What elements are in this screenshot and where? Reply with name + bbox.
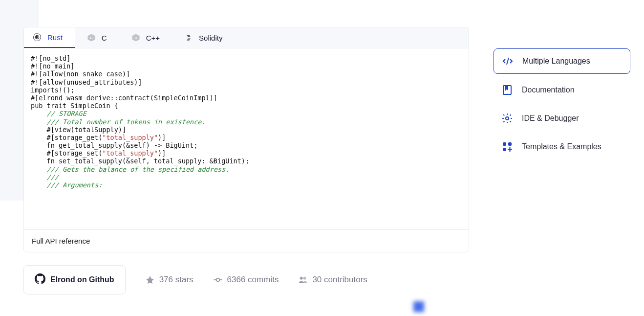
code-line: #![allow(non_snake_case)] [31,70,462,78]
svg-point-13 [303,277,306,280]
cpp-icon: C [131,33,140,42]
sidebar-item-label: IDE & Debugger [522,114,579,123]
code-line: fn set_total_supply(&self, total_supply:… [31,157,462,165]
code-line: #[storage_get("total_supply")] [31,134,462,141]
stat-stars: 376 stars [145,275,193,285]
rust-icon: R [33,33,42,42]
svg-text:C: C [90,36,93,40]
sidebar-item-languages[interactable]: Multiple Languages [494,48,630,74]
svg-marker-8 [187,38,191,41]
c-icon: C [87,33,96,42]
solidity-icon [184,33,193,42]
svg-text:R: R [36,35,39,40]
tab-label: Solidity [199,34,222,42]
stat-contributors: 30 contributors [298,275,367,285]
code-icon [502,55,514,67]
code-line: #[storage_set("total_supply")] [31,149,462,157]
code-line: fn get_total_supply(&self) -> BigUint; [31,141,462,149]
code-line: #![allow(unused_attributes)] [31,78,462,86]
svg-text:C: C [134,36,137,40]
code-line: imports!(); [31,86,462,94]
github-icon [35,273,45,286]
code-viewer[interactable]: #![no_std] #![no_main] #![allow(non_snak… [24,48,469,229]
stat-label: 376 stars [159,275,193,285]
stat-commits: 6366 commits [213,275,279,285]
gear-icon [501,113,513,124]
commit-icon [213,275,223,285]
main-panel: R Rust C C C C++ Solidity [23,27,469,294]
code-line: /// Total number of tokens in existence. [31,118,462,126]
sidebar-item-templates[interactable]: Templates & Examples [494,135,630,159]
tab-c[interactable]: C C [75,27,119,48]
svg-point-12 [300,277,303,280]
code-line: /// Gets the balance of the specified ad… [31,165,462,173]
stat-label: 6366 commits [227,275,279,285]
code-line: #[view(totalSupply)] [31,126,462,134]
api-reference-link[interactable]: Full API reference [24,229,469,252]
sidebar-item-label: Multiple Languages [522,57,590,66]
chat-widget-indicator[interactable] [413,301,424,312]
feature-sidebar: Multiple Languages Documentation IDE & D… [494,48,630,163]
github-button-label: Elrond on Github [50,275,114,284]
stat-label: 30 contributors [312,275,367,285]
svg-point-15 [506,117,509,120]
svg-rect-18 [503,148,506,151]
code-line: #![no_main] [31,62,462,70]
grid-plus-icon [501,141,513,153]
svg-rect-16 [503,142,506,146]
tab-label: C++ [146,34,160,42]
svg-rect-17 [508,142,512,146]
star-icon [145,275,155,285]
sidebar-item-ide[interactable]: IDE & Debugger [494,106,630,131]
code-panel: R Rust C C C C++ Solidity [23,27,469,252]
code-line: #[elrond_wasm_derive::contract(SimpleCoi… [31,94,462,102]
tab-label: C [102,34,107,42]
svg-point-9 [216,278,219,282]
github-button[interactable]: Elrond on Github [23,265,126,294]
tab-label: Rust [47,33,63,42]
code-line: // STORAGE [31,110,462,117]
people-icon [298,275,308,285]
code-line: #![no_std] [31,54,462,62]
language-tabs: R Rust C C C C++ Solidity [24,27,469,48]
sidebar-item-label: Templates & Examples [522,142,601,151]
github-stats-row: Elrond on Github 376 stars 6366 commits … [23,265,469,294]
tab-solidity[interactable]: Solidity [172,27,235,48]
svg-marker-7 [187,35,191,37]
code-line: pub trait SimpleCoin { [31,102,462,110]
sidebar-item-documentation[interactable]: Documentation [494,78,630,102]
tab-rust[interactable]: R Rust [24,27,75,48]
book-icon [501,84,513,96]
code-line: /// [31,173,462,181]
sidebar-item-label: Documentation [522,86,575,94]
code-line: /// Arguments: [31,181,462,189]
tab-cpp[interactable]: C C++ [119,27,172,48]
